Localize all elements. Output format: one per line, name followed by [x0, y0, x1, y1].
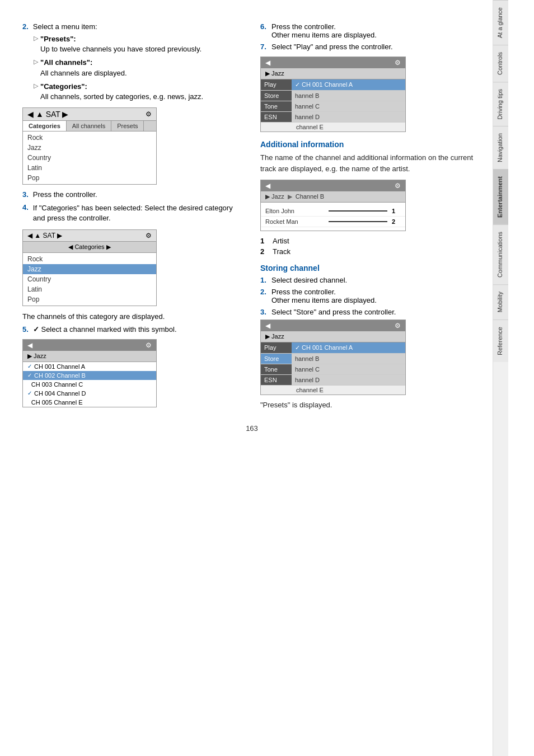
- sat-menu-left-esn[interactable]: ESN: [261, 112, 292, 122]
- legend-item-2: 2 Track: [260, 247, 481, 256]
- sat-menu-right-channelB: hannel B: [292, 91, 405, 101]
- track-2-name: Rocket Man: [265, 218, 324, 225]
- legend-1-num: 1: [260, 237, 268, 245]
- step-2: 2. Select a menu item: ▷ "Presets": Up t…: [22, 22, 243, 102]
- sat-store-left-tone[interactable]: Tone: [261, 364, 292, 374]
- sat-menu-right-channelA: ✓ CH 001 Channel A: [292, 79, 405, 90]
- sat-menu-right-channelE: channel E: [296, 124, 324, 130]
- track-2-num: 2: [392, 218, 401, 225]
- sat-menu-row-4: ESN hannel D: [261, 112, 405, 123]
- step-6-number: 6.: [260, 22, 268, 39]
- side-tab-controls[interactable]: Controls: [493, 45, 508, 82]
- sat-back-icon-2: ◀ ▲ SAT ▶: [27, 232, 62, 240]
- step-6-sub: Other menu items are displayed.: [271, 31, 377, 39]
- ch-label-005: CH 005 Channel E: [31, 399, 83, 406]
- sat-menu-left-store[interactable]: Store: [261, 91, 292, 101]
- sat-list2-jazz[interactable]: Jazz: [23, 264, 156, 274]
- step-2-number: 2.: [22, 22, 29, 31]
- sat-menu-left-tone[interactable]: Tone: [261, 101, 292, 111]
- sat-tab-presets[interactable]: Presets: [111, 121, 144, 131]
- sat-menu-last-row: channel E: [261, 123, 405, 132]
- sat-back-icon-1: ◀ ▲ SAT ▶: [27, 110, 68, 119]
- presets-desc: Up to twelve channels you have stored pr…: [40, 45, 202, 53]
- store-step-2-num: 2.: [260, 288, 268, 304]
- step-6: 6. Press the controller. Other menu item…: [260, 22, 481, 39]
- two-col-layout: 2. Select a menu item: ▷ "Presets": Up t…: [22, 22, 481, 413]
- ch-check-005: [27, 399, 29, 405]
- legend-1-text: Artist: [273, 237, 289, 245]
- step-2-text: Select a menu item:: [33, 22, 97, 31]
- store-step-2-sub: Other menu items are displayed.: [271, 296, 377, 304]
- sat-list-item-pop[interactable]: Pop: [23, 173, 156, 183]
- additional-info-title: Additional information: [260, 140, 481, 149]
- side-tab-navigation[interactable]: Navigation: [493, 126, 508, 169]
- sat-store-row-3: Tone hannel C: [261, 364, 405, 375]
- store-step-2: 2. Press the controller. Other menu item…: [260, 288, 481, 304]
- sat-store-jazz-row: ▶ Jazz: [261, 331, 405, 342]
- sat-list2-pop[interactable]: Pop: [23, 294, 156, 304]
- track-1-name: Elton John: [265, 208, 324, 214]
- breadcrumb-sep: ▶: [288, 193, 292, 200]
- side-tab-communications[interactable]: Communications: [493, 224, 508, 284]
- right-column: 6. Press the controller. Other menu item…: [260, 22, 481, 413]
- side-tab-reference[interactable]: Reference: [493, 320, 508, 362]
- presets-note: "Presets" is displayed.: [260, 401, 481, 409]
- sat-list2-latin[interactable]: Latin: [23, 284, 156, 294]
- sat-track-rows: Elton John 1 Rocket Man 2: [261, 203, 405, 231]
- side-tab-driving-tips[interactable]: Driving tips: [493, 82, 508, 126]
- sat-store-row-1: Play ✓ CH 001 Channel A: [261, 342, 405, 354]
- track-1-line: [329, 210, 387, 212]
- step-4-number: 4.: [22, 203, 29, 212]
- allchannels-bold: "All channels":: [40, 58, 92, 67]
- sat-store-left-store[interactable]: Store: [261, 354, 292, 364]
- sat-store-left-play[interactable]: Play: [261, 342, 292, 353]
- sub-item-presets: ▷ "Presets": Up to twelve channels you h…: [34, 34, 243, 54]
- sat-list2-rock[interactable]: Rock: [23, 254, 156, 264]
- sat-store-left-esn[interactable]: ESN: [261, 375, 292, 385]
- ch-item-003[interactable]: CH 003 Channel C: [23, 380, 156, 389]
- sub-item-categories: ▷ "Categories": All channels, sorted by …: [34, 82, 243, 102]
- ch-label-003: CH 003 Channel C: [31, 381, 83, 388]
- ch-item-004[interactable]: ✓ CH 004 Channel D: [23, 389, 156, 398]
- sat-menu-left-empty: [265, 124, 296, 130]
- sat-info-breadcrumb: ▶ Jazz ▶ Channel B: [261, 191, 405, 203]
- store-step-1-num: 1.: [260, 276, 268, 284]
- storing-title: Storing channel: [260, 264, 481, 273]
- sat-menu-store: ◀ ⚙ ▶ Jazz Play ✓ CH 001 Channel A Store…: [260, 320, 406, 395]
- sat-screen-jazz: ◀ ▲ SAT ▶ ⚙ ◀ Categories ▶ Rock Jazz Cou…: [22, 229, 157, 306]
- sat-tab-allchannels[interactable]: All channels: [67, 121, 111, 131]
- ch-item-005[interactable]: CH 005 Channel E: [23, 398, 156, 407]
- sat-store-right-channelB: hannel B: [292, 354, 405, 364]
- store-step-3: 3. Select "Store" and press the controll…: [260, 308, 481, 316]
- sat-track-2: Rocket Man 2: [261, 217, 405, 227]
- store-step-2-text: Press the controller.: [271, 288, 377, 296]
- side-tabs: At a glance Controls Driving tips Naviga…: [493, 0, 508, 756]
- step-5-text: ✓ Select a channel marked with this symb…: [33, 325, 177, 334]
- side-tab-entertainment[interactable]: Entertainment: [493, 169, 508, 224]
- sat-menu-row-1: Play ✓ CH 001 Channel A: [261, 79, 405, 91]
- step-4-text: If "Categories" has been selected: Selec…: [33, 203, 243, 223]
- side-tab-at-a-glance[interactable]: At a glance: [493, 0, 508, 45]
- sat-store-settings-icon: ⚙: [395, 322, 401, 330]
- breadcrumb-jazz: ▶ Jazz: [265, 193, 284, 200]
- step-3: 3. Press the controller.: [22, 190, 243, 199]
- sat-store-right-channelC: hannel C: [292, 364, 405, 374]
- ch-item-002[interactable]: ✓ CH 002 Channel B: [23, 371, 156, 380]
- sat-screen-channels: ◀ ⚙ ▶ Jazz ✓ CH 001 Channel A ✓ CH 002 C…: [22, 339, 157, 407]
- sat-info-settings-icon: ⚙: [395, 182, 401, 190]
- sat-screen2-header: ◀ ▲ SAT ▶ ⚙: [23, 230, 156, 242]
- sat-screen3-header: ◀ ⚙: [23, 340, 156, 351]
- step-7: 7. Select "Play" and press the controlle…: [260, 43, 481, 51]
- ch-item-001[interactable]: ✓ CH 001 Channel A: [23, 362, 156, 371]
- sat-menu-left-play[interactable]: Play: [261, 79, 292, 90]
- step-6-content: Press the controller. Other menu items a…: [271, 22, 377, 39]
- store-step-3-num: 3.: [260, 308, 268, 316]
- side-tab-mobility[interactable]: Mobility: [493, 284, 508, 319]
- sat-list-item-latin[interactable]: Latin: [23, 163, 156, 173]
- sat-list-item-jazz[interactable]: Jazz: [23, 143, 156, 153]
- sat-list-item-country[interactable]: Country: [23, 153, 156, 163]
- ch-check-002: ✓: [27, 372, 32, 378]
- sat-list-item-rock[interactable]: Rock: [23, 133, 156, 143]
- sat-list2-country[interactable]: Country: [23, 274, 156, 284]
- sat-tab-categories[interactable]: Categories: [23, 121, 67, 131]
